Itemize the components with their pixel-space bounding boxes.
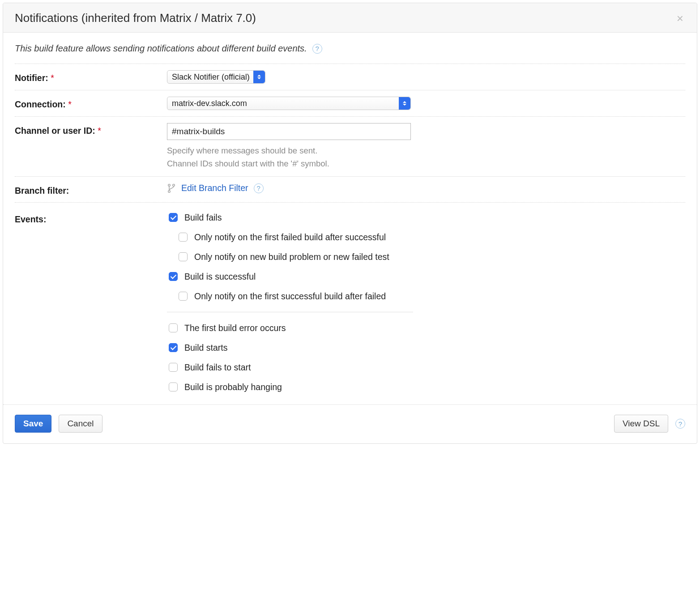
events-row: Events: Build failsOnly notify on the fi… [15,203,685,399]
event-label[interactable]: Build is probably hanging [184,382,282,392]
notifier-select[interactable]: Slack Notifier (official) [167,70,265,84]
channel-hint: Specify where messages should be sent. C… [167,144,685,170]
branch-icon [167,183,176,193]
event-label[interactable]: Build starts [184,343,227,353]
chevron-updown-icon [399,97,410,110]
event-label[interactable]: Build is successful [184,272,256,282]
chevron-updown-icon [253,71,265,83]
save-button[interactable]: Save [15,415,51,433]
event-checkbox[interactable] [169,343,178,352]
event-checkbox[interactable] [179,252,188,261]
event-label[interactable]: The first build error occurs [184,323,286,333]
event-checkbox[interactable] [169,323,178,332]
channel-input[interactable] [167,123,411,140]
notifier-select-value: Slack Notifier (official) [172,72,250,82]
dialog-header: Notifications (inherited from Matrix / M… [3,3,697,33]
event-label[interactable]: Only notify on the first failed build af… [194,232,386,242]
svg-point-1 [173,184,175,186]
connection-select-value: matrix-dev.slack.com [172,99,247,108]
channel-label: Channel or user ID: * [15,123,167,136]
notifier-label: Notifier: * [15,70,167,83]
channel-row: Channel or user ID: * Specify where mess… [15,117,685,177]
svg-point-0 [168,184,170,186]
help-icon[interactable]: ? [312,44,322,54]
event-item: Build fails [167,212,413,223]
close-icon[interactable]: × [675,13,685,24]
event-item: Build starts [167,342,413,353]
event-item: Only notify on new build problem or new … [177,251,413,263]
event-item: Only notify on the first successful buil… [177,290,413,302]
svg-point-2 [168,191,170,192]
event-checkbox[interactable] [169,213,178,222]
event-label[interactable]: Build fails [184,212,222,223]
help-icon[interactable]: ? [254,183,264,193]
connection-label: Connection: * [15,97,167,110]
dialog-title: Notifications (inherited from Matrix / M… [15,11,256,25]
event-checkbox[interactable] [169,382,178,391]
connection-select[interactable]: matrix-dev.slack.com [167,97,411,110]
event-checkbox[interactable] [169,363,178,372]
dialog-body: This build feature allows sending notifi… [3,33,697,404]
events-list: Build failsOnly notify on the first fail… [167,212,413,393]
notifications-dialog: Notifications (inherited from Matrix / M… [3,3,697,444]
event-checkbox[interactable] [179,292,188,301]
event-checkbox[interactable] [179,233,188,242]
connection-row: Connection: * matrix-dev.slack.com [15,90,685,117]
event-item: The first build error occurs [167,322,413,334]
event-label[interactable]: Only notify on new build problem or new … [194,252,389,262]
help-icon[interactable]: ? [675,419,685,429]
event-label[interactable]: Build fails to start [184,362,251,373]
dialog-footer: Save Cancel View DSL ? [3,404,697,443]
edit-branch-filter-link[interactable]: Edit Branch Filter [181,183,248,193]
view-dsl-button[interactable]: View DSL [614,415,668,433]
branch-filter-row: Branch filter: Edit Branch Filter ? [15,177,685,203]
branch-filter-label: Branch filter: [15,183,167,196]
events-label: Events: [15,212,167,225]
event-item: Only notify on the first failed build af… [177,231,413,243]
event-label[interactable]: Only notify on the first successful buil… [194,291,386,302]
events-divider [167,312,413,312]
event-item: Build is successful [167,271,413,282]
cancel-button[interactable]: Cancel [59,415,102,433]
event-item: Build fails to start [167,361,413,373]
intro-row: This build feature allows sending notifi… [15,43,685,64]
notifier-row: Notifier: * Slack Notifier (official) [15,64,685,90]
event-item: Build is probably hanging [167,381,413,393]
event-checkbox[interactable] [169,272,178,281]
intro-text: This build feature allows sending notifi… [15,43,307,54]
